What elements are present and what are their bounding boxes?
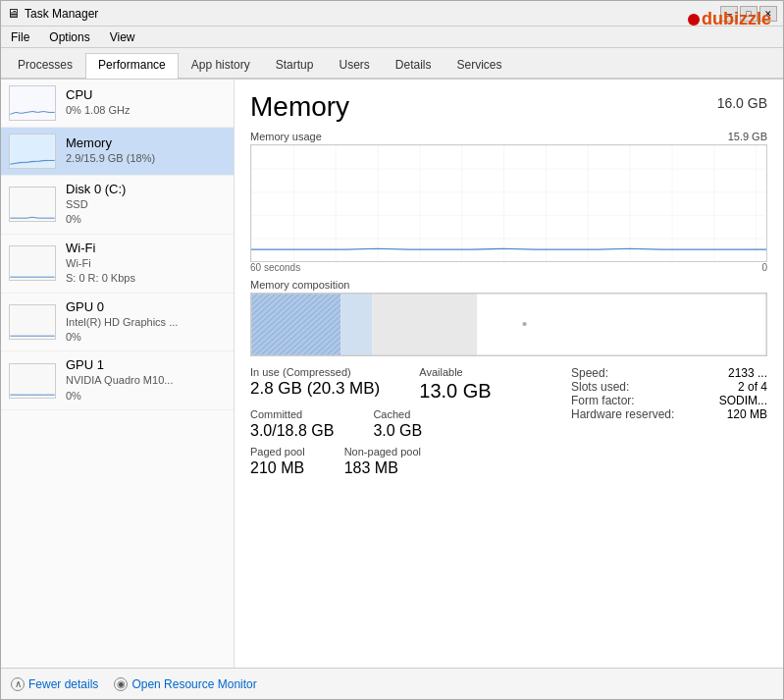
tab-details[interactable]: Details: [383, 53, 444, 79]
footer-bar: ∧ Fewer details ◉ Open Resource Monitor: [1, 668, 783, 699]
stat-committed: Committed 3.0/18.8 GB: [250, 408, 334, 440]
time-label-left: 60 seconds: [250, 262, 300, 273]
open-resource-monitor-label: Open Resource Monitor: [131, 677, 256, 691]
committed-value: 3.0/18.8 GB: [250, 421, 334, 440]
wifi-sub2: S: 0 R: 0 Kbps: [66, 271, 226, 286]
gpu1-name: GPU 1: [66, 357, 226, 372]
fewer-details-label: Fewer details: [28, 677, 98, 691]
svg-rect-3: [10, 246, 54, 280]
form-factor-row: Form factor: SODIM...: [571, 394, 767, 407]
tab-users[interactable]: Users: [326, 53, 382, 79]
speed-value: 2133 ...: [728, 366, 767, 380]
dubizzle-watermark: dubizzle: [688, 9, 771, 29]
svg-rect-5: [10, 364, 54, 398]
gpu0-sub1: Intel(R) HD Graphics ...: [66, 315, 226, 330]
tab-processes[interactable]: Processes: [5, 53, 85, 79]
sidebar: CPU 0% 1.08 GHz Memory 2.9/15.9 GB (18%): [1, 80, 235, 668]
gpu1-sub2: 0%: [66, 389, 226, 404]
wifi-info: Wi-Fi Wi-Fi S: 0 R: 0 Kbps: [66, 241, 226, 287]
gpu0-thumbnail: [9, 304, 56, 340]
non-paged-pool-label: Non-paged pool: [344, 446, 421, 458]
usage-section-label: Memory usage 15.9 GB: [250, 131, 767, 142]
tab-app-history[interactable]: App history: [179, 53, 263, 79]
wifi-name: Wi-Fi: [66, 241, 226, 255]
main-content: CPU 0% 1.08 GHz Memory 2.9/15.9 GB (18%): [1, 80, 783, 668]
form-factor-label: Form factor:: [571, 394, 635, 407]
hw-reserved-row: Hardware reserved: 120 MB: [571, 407, 767, 421]
paged-pool-label: Paged pool: [250, 446, 305, 458]
memory-composition-chart: [250, 293, 767, 356]
slots-row: Slots used: 2 of 4: [571, 380, 767, 394]
cpu-thumbnail: [9, 85, 56, 121]
memory-usage-chart: [250, 144, 767, 262]
hw-reserved-value: 120 MB: [727, 407, 767, 421]
stats-row-2: Committed 3.0/18.8 GB Cached 3.0 GB: [250, 408, 542, 440]
stat-non-paged-pool: Non-paged pool 183 MB: [344, 446, 421, 477]
menu-view[interactable]: View: [106, 28, 139, 46]
fewer-details-icon: ∧: [11, 677, 25, 691]
svg-rect-13: [477, 294, 766, 355]
form-factor-value: SODIM...: [719, 394, 767, 407]
menu-file[interactable]: File: [7, 28, 33, 46]
sidebar-item-wifi[interactable]: Wi-Fi Wi-Fi S: 0 R: 0 Kbps: [1, 235, 234, 294]
cached-label: Cached: [373, 408, 422, 420]
content-title: Memory: [250, 91, 349, 123]
gpu1-thumbnail: [9, 363, 56, 399]
sidebar-item-memory[interactable]: Memory 2.9/15.9 GB (18%): [1, 128, 234, 176]
resource-monitor-icon: ◉: [114, 677, 128, 691]
stat-available: Available 13.0 GB: [419, 366, 491, 403]
svg-rect-10: [251, 294, 340, 355]
svg-rect-11: [340, 294, 372, 355]
committed-label: Committed: [250, 408, 334, 420]
content-header: Memory 16.0 GB: [250, 91, 767, 123]
disk-name: Disk 0 (C:): [66, 182, 226, 196]
memory-sub: 2.9/15.9 GB (18%): [66, 151, 226, 166]
hw-reserved-label: Hardware reserved:: [571, 407, 674, 421]
wifi-sub1: Wi-Fi: [66, 256, 226, 271]
open-resource-monitor-link[interactable]: ◉ Open Resource Monitor: [114, 677, 256, 691]
sidebar-item-disk[interactable]: Disk 0 (C:) SSD 0%: [1, 176, 234, 235]
sidebar-item-gpu1[interactable]: GPU 1 NVIDIA Quadro M10... 0%: [1, 351, 234, 410]
composition-section-label: Memory composition: [250, 279, 767, 291]
paged-pool-value: 210 MB: [250, 458, 305, 477]
app-icon: 🖥: [7, 6, 20, 21]
svg-rect-4: [10, 305, 54, 339]
cached-value: 3.0 GB: [373, 421, 422, 440]
in-use-value: 2.8 GB (20.3 MB): [250, 379, 380, 399]
svg-rect-2: [10, 188, 54, 221]
svg-rect-7: [251, 145, 766, 261]
speed-row: Speed: 2133 ...: [571, 366, 767, 380]
title-bar: 🖥 Task Manager ─ □ ✕: [1, 1, 783, 27]
stats-row-3: Paged pool 210 MB Non-paged pool 183 MB: [250, 446, 542, 477]
stat-paged-pool: Paged pool 210 MB: [250, 446, 305, 477]
memory-name: Memory: [66, 135, 226, 150]
sidebar-item-gpu0[interactable]: GPU 0 Intel(R) HD Graphics ... 0%: [1, 294, 234, 352]
tab-services[interactable]: Services: [444, 53, 515, 79]
sidebar-item-cpu[interactable]: CPU 0% 1.08 GHz: [1, 80, 234, 128]
menu-bar: File Options View: [1, 27, 783, 48]
task-manager-window: dubizzle 🖥 Task Manager ─ □ ✕ File Optio…: [0, 0, 784, 700]
tab-performance[interactable]: Performance: [85, 53, 179, 79]
stat-in-use: In use (Compressed) 2.8 GB (20.3 MB): [250, 366, 380, 403]
available-label: Available: [419, 366, 491, 378]
tab-bar: Processes Performance App history Startu…: [1, 48, 783, 80]
content-total: 16.0 GB: [717, 91, 767, 111]
available-value: 13.0 GB: [419, 379, 491, 403]
gpu1-sub1: NVIDIA Quadro M10...: [66, 373, 226, 388]
gpu1-info: GPU 1 NVIDIA Quadro M10... 0%: [66, 357, 226, 404]
non-paged-pool-value: 183 MB: [344, 458, 421, 477]
disk-thumbnail: [9, 187, 56, 222]
menu-options[interactable]: Options: [45, 28, 93, 46]
gpu0-name: GPU 0: [66, 299, 226, 314]
speed-label: Speed:: [571, 366, 608, 380]
cpu-info: CPU 0% 1.08 GHz: [66, 87, 226, 118]
fewer-details-link[interactable]: ∧ Fewer details: [11, 677, 98, 691]
slots-value: 2 of 4: [738, 380, 767, 394]
gpu0-sub2: 0%: [66, 330, 226, 345]
chart-time-labels: 60 seconds 0: [250, 262, 767, 273]
memory-thumbnail: [9, 134, 56, 169]
slots-label: Slots used:: [571, 380, 629, 394]
gpu0-info: GPU 0 Intel(R) HD Graphics ... 0%: [66, 299, 226, 346]
disk-sub1: SSD: [66, 197, 226, 212]
tab-startup[interactable]: Startup: [263, 53, 327, 79]
